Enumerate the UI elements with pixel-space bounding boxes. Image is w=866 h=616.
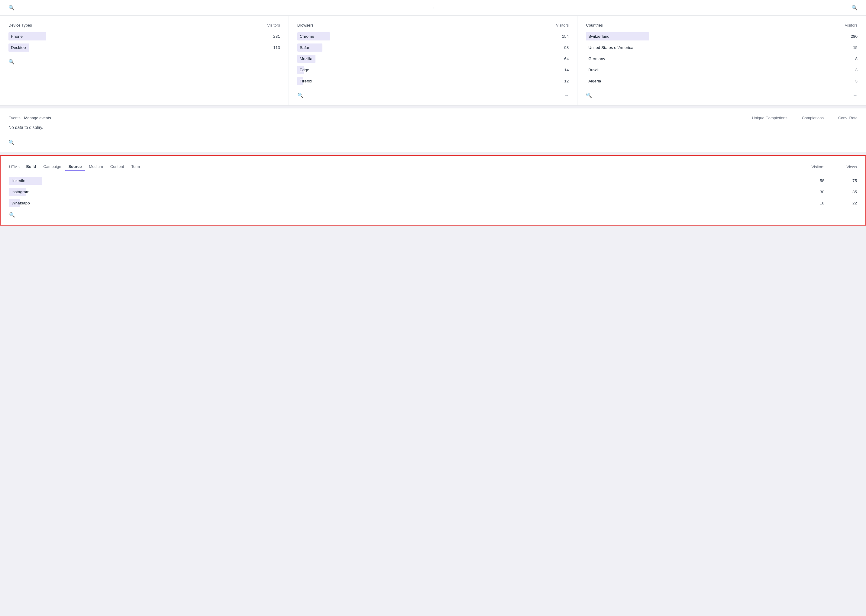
countries-card: Countries Visitors Switzerland 280 Unite… [578,16,866,105]
country-switzerland-text: Switzerland [588,34,609,39]
page-wrapper: 🔍 → 🔍 Device Types Visitors Phone 231 D [0,0,866,616]
events-completions-label: Completions [802,116,824,120]
browser-mozilla-value: 64 [557,57,569,61]
countries-visitors-label: Visitors [845,23,858,27]
utms-instagram-visitors: 30 [806,190,824,194]
utms-section: UTMs Build Campaign Source Medium Conten… [0,155,866,226]
events-footer: 🔍 [8,137,858,145]
events-columns: Unique Completions Completions Conv. Rat… [752,116,858,120]
browser-chrome-value: 154 [557,34,569,39]
utms-whatsapp-label: Whatsapp [9,199,69,207]
country-brazil-label: Brazil [586,66,652,74]
utms-whatsapp-visitors: 18 [806,201,824,205]
device-types-visitors-label: Visitors [267,23,280,27]
countries-header: Countries Visitors [586,23,858,27]
device-desktop-row: Desktop 113 [8,44,280,52]
analytics-cards-row: Device Types Visitors Phone 231 Desktop … [0,16,866,106]
device-desktop-value: 113 [268,45,280,50]
country-germany-text: Germany [588,57,605,61]
browsers-search-icon[interactable]: 🔍 [297,93,303,98]
utms-col-labels: Visitors Views [806,165,857,169]
utms-instagram-row: instagram 30 35 [9,188,857,196]
events-no-data: No data to display. [8,125,858,130]
utms-tab-term[interactable]: Term [128,163,143,171]
utms-tab-content[interactable]: Content [107,163,127,171]
browsers-visitors-label: Visitors [556,23,569,27]
browsers-title: Browsers [297,23,313,27]
events-section: Events Manage events Unique Completions … [0,108,866,153]
utms-linkedin-label: linkedin [9,177,69,185]
browser-firefox-text: Firefox [300,79,312,83]
browsers-arrow-icon[interactable]: → [564,93,569,98]
utms-tab-medium[interactable]: Medium [86,163,106,171]
events-label: Events [8,116,20,120]
browser-edge-text: Edge [300,68,309,72]
country-usa-label: United States of America [586,44,652,52]
utms-whatsapp-views: 22 [839,201,857,205]
events-header: Events Manage events Unique Completions … [8,116,858,120]
device-phone-label: Phone [8,32,57,41]
country-germany-value: 8 [846,57,858,61]
utms-instagram-views: 35 [839,190,857,194]
browser-chrome-label: Chrome [297,32,346,41]
utms-search-icon[interactable]: 🔍 [9,212,15,217]
utms-linkedin-visitors: 58 [806,178,824,183]
utms-tab-source[interactable]: Source [65,163,85,171]
country-usa-text: United States of America [588,45,633,50]
utms-linkedin-values: 58 75 [806,178,857,183]
browser-safari-text: Safari [300,45,310,50]
country-switzerland-label: Switzerland [586,32,652,41]
utms-footer: 🔍 [9,212,857,218]
device-desktop-text: Desktop [11,45,26,50]
country-brazil-value: 3 [846,68,858,72]
device-types-search-icon[interactable]: 🔍 [8,59,14,64]
browser-edge-value: 14 [557,68,569,72]
browser-firefox-label: Firefox [297,77,346,85]
events-search-icon[interactable]: 🔍 [8,140,14,145]
country-usa-value: 15 [846,45,858,50]
device-types-card: Device Types Visitors Phone 231 Desktop … [0,16,289,105]
countries-arrow-icon[interactable]: → [853,93,858,98]
browser-chrome-text: Chrome [300,34,314,39]
countries-title: Countries [586,23,603,27]
device-phone-value: 231 [268,34,280,39]
device-types-footer: 🔍 [8,57,280,64]
utms-tab-campaign[interactable]: Campaign [40,163,64,171]
utms-label: UTMs [9,165,20,169]
country-brazil-text: Brazil [588,68,598,72]
browser-safari-value: 98 [557,45,569,50]
manage-events-link[interactable]: Manage events [24,116,51,120]
top-stub: 🔍 → 🔍 [0,0,866,16]
events-unique-completions-label: Unique Completions [752,116,787,120]
device-desktop-label: Desktop [8,44,57,52]
browser-safari-label: Safari [297,44,346,52]
utms-whatsapp-text: Whatsapp [11,201,30,205]
utms-linkedin-row: linkedin 58 75 [9,177,857,185]
country-germany-row: Germany 8 [586,55,858,63]
country-usa-row: United States of America 15 [586,44,858,52]
browsers-footer: 🔍 → [297,90,569,98]
utms-tab-build[interactable]: Build [23,163,39,171]
browser-chrome-row: Chrome 154 [297,32,569,41]
utms-visitors-col-label: Visitors [806,165,824,169]
browser-edge-label: Edge [297,66,346,74]
top-search-icon-2[interactable]: 🔍 [852,5,858,11]
country-algeria-text: Algeria [588,79,601,83]
countries-search-icon[interactable]: 🔍 [586,93,592,98]
utms-whatsapp-values: 18 22 [806,201,857,205]
browsers-header: Browsers Visitors [297,23,569,27]
utms-linkedin-views: 75 [839,178,857,183]
countries-footer: 🔍 → [586,90,858,98]
device-types-header: Device Types Visitors [8,23,280,27]
utms-tabs: UTMs Build Campaign Source Medium Conten… [9,163,857,171]
country-switzerland-value: 280 [846,34,858,39]
country-brazil-row: Brazil 3 [586,66,858,74]
top-search-icon[interactable]: 🔍 [8,5,14,11]
browsers-card: Browsers Visitors Chrome 154 Safari 98 [289,16,578,105]
device-phone-text: Phone [11,34,23,39]
browser-firefox-row: Firefox 12 [297,77,569,85]
browser-safari-row: Safari 98 [297,44,569,52]
device-phone-row: Phone 231 [8,32,280,41]
country-algeria-row: Algeria 3 [586,77,858,85]
browser-firefox-value: 12 [557,79,569,83]
